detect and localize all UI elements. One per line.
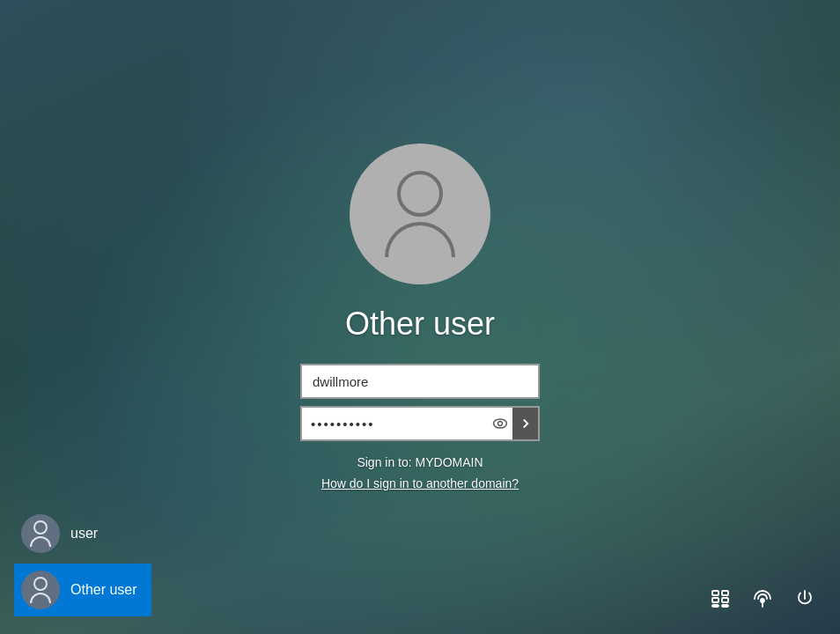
svg-rect-2 [712, 591, 718, 595]
avatar-head [397, 171, 443, 217]
avatar-icon [385, 171, 455, 257]
svg-rect-5 [722, 598, 728, 602]
svg-rect-6 [712, 605, 718, 607]
show-password-button[interactable] [487, 408, 512, 439]
user-icon-user [30, 520, 51, 547]
user-avatar-small-other [21, 571, 60, 609]
ua-head [33, 520, 48, 534]
bottom-right-controls [703, 581, 822, 616]
user-display-name: Other user [345, 306, 495, 343]
password-input[interactable] [302, 417, 487, 431]
user-item-user[interactable]: user [14, 507, 151, 560]
how-to-sign-in-link[interactable]: How do I sign in to another domain? [321, 476, 519, 490]
login-panel: Other user Sign in to: MYDOMAIN How do I… [300, 144, 540, 490]
submit-button[interactable] [512, 408, 538, 439]
accessibility-icon [710, 588, 731, 609]
svg-point-0 [493, 419, 506, 428]
user-avatar [350, 144, 490, 284]
avatar-body [385, 222, 455, 257]
user-item-other[interactable]: Other user [14, 564, 151, 616]
svg-point-1 [497, 422, 502, 426]
accessibility-button[interactable] [703, 581, 738, 616]
user-avatar-small-user [21, 514, 60, 553]
password-container [300, 406, 540, 441]
ua-body-2 [30, 593, 51, 603]
svg-rect-7 [722, 605, 728, 607]
svg-rect-3 [722, 591, 728, 595]
network-icon [752, 588, 773, 609]
svg-rect-4 [712, 598, 718, 602]
ua-body [30, 536, 51, 547]
user-icon-other [30, 577, 51, 603]
user-list: user Other user [14, 507, 151, 616]
user-item-label-user: user [70, 526, 98, 542]
user-item-label-other: Other user [70, 582, 137, 598]
power-icon [794, 588, 815, 609]
power-button[interactable] [787, 581, 822, 616]
sign-in-to-label: Sign in to: MYDOMAIN [357, 455, 483, 469]
ua-head-2 [33, 577, 48, 591]
network-button[interactable] [745, 581, 780, 616]
username-input[interactable] [300, 364, 540, 399]
